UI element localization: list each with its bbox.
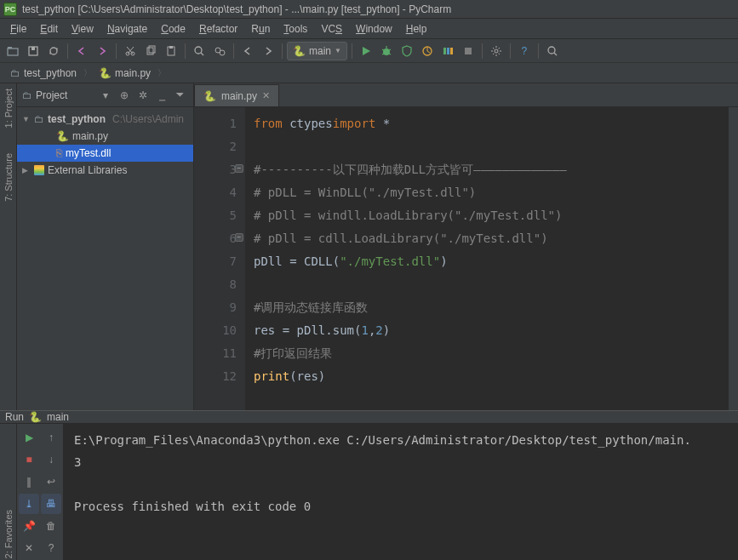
menu-file[interactable]: File [3,21,33,37]
breadcrumb-root-label: test_python [24,67,77,79]
main-toolbar: 🐍 main ▼ ? [0,39,738,63]
debug-icon[interactable] [377,42,396,60]
workspace: 1: Project 7: Structure 🗀 Project ▾ ⊕ ✲ … [0,83,738,410]
svg-rect-15 [443,48,446,54]
clear-icon[interactable]: 🗑 [41,516,61,536]
tree-root-name: test_python [48,113,106,125]
tree-project-root[interactable]: ▼ 🗀 test_python C:\Users\Admin [17,111,193,128]
soft-wrap-icon[interactable]: ↩ [41,471,61,492]
svg-rect-0 [8,49,18,55]
menu-tools[interactable]: Tools [277,21,314,37]
panel-settings-icon[interactable]: ✲ [135,89,151,101]
editor-tab-label: main.py [221,90,257,102]
tab-project[interactable]: 1: Project [3,89,14,128]
menu-refactor[interactable]: Refactor [192,21,244,37]
run-icon[interactable] [357,42,375,60]
svg-point-19 [495,49,498,53]
tree-external-libs[interactable]: ▶ External Libraries [17,162,193,179]
close-tab-icon[interactable]: ✕ [262,90,270,101]
left-toolwindow-strip-bottom: 2: Favorites [0,424,17,560]
search-everywhere-icon[interactable] [543,42,562,60]
chevron-right-icon: 〉 [83,67,92,79]
dock-icon[interactable]: ⏵ [174,88,186,103]
cut-icon[interactable] [121,42,140,60]
breadcrumb-root[interactable]: 🗀 test_python [5,64,82,83]
menu-help[interactable]: Help [399,21,434,37]
menu-vcs[interactable]: VCS [314,21,349,37]
tab-structure[interactable]: 7: Structure [3,153,14,202]
toolbar-separator [352,43,352,59]
expand-icon[interactable]: ▶ [22,166,31,174]
svg-point-12 [220,50,225,55]
editor-code[interactable]: from ctypesimport * #----------以下四种加载DLL… [245,107,728,410]
svg-rect-1 [8,47,12,49]
editor-tabs: 🐍 main.py ✕ [194,83,738,107]
up-stack-icon[interactable]: ↑ [41,427,61,448]
save-all-icon[interactable] [24,42,43,60]
menu-run[interactable]: Run [244,21,277,37]
project-tree[interactable]: ▼ 🗀 test_python C:\Users\Admin 🐍 main.py… [17,107,193,182]
paste-icon[interactable] [162,42,180,60]
svg-point-20 [548,47,555,54]
expand-icon[interactable]: ▼ [22,115,31,123]
tree-file-label: main.py [72,130,108,142]
tree-file-label: myTest.dll [66,147,111,159]
settings-icon[interactable] [487,42,506,60]
replace-icon[interactable] [210,42,229,60]
menu-code[interactable]: Code [154,21,192,37]
project-icon: 🗀 [22,89,32,101]
toolbar-separator [282,43,283,59]
copy-icon[interactable] [141,42,160,60]
pause-icon[interactable]: ‖ [19,471,39,492]
menu-navigate[interactable]: Navigate [100,21,154,37]
run-panel-config: main [47,411,69,423]
forward-icon[interactable] [259,42,277,60]
help-icon[interactable]: ? [515,42,534,60]
tree-file-main[interactable]: 🐍 main.py [17,128,193,145]
menu-view[interactable]: View [65,21,100,37]
tree-file-dll[interactable]: ⎘ myTest.dll [17,145,193,162]
toolbar-separator [510,43,511,59]
hide-panel-icon[interactable]: ⎯ [154,89,169,101]
run-config-selector[interactable]: 🐍 main ▼ [287,42,347,60]
print-icon[interactable]: 🖶 [41,494,61,514]
coverage-icon[interactable] [398,42,416,60]
svg-point-10 [195,47,202,54]
editor-area: 🐍 main.py ✕ 123−456−789101112 from ctype… [194,83,738,410]
window-title: test_python [C:\Users\Administrator\Desk… [22,3,451,15]
breadcrumb-file-label: main.py [115,67,151,79]
run-console[interactable]: E:\Program_Files\Anaconda3\python.exe C:… [64,424,738,560]
left-toolwindow-strip: 1: Project 7: Structure [0,83,17,410]
editor-tab-main[interactable]: 🐍 main.py ✕ [194,84,279,106]
python-icon: 🐍 [293,45,306,57]
svg-rect-18 [465,48,472,54]
autoscroll-source-icon[interactable]: ▾ [98,89,113,101]
stop-run-icon[interactable]: ■ [19,449,39,470]
help-run-icon[interactable]: ? [41,538,61,558]
toolbar-separator [482,43,483,59]
menu-edit[interactable]: Edit [33,21,65,37]
undo-icon[interactable] [72,42,91,60]
breadcrumb-file[interactable]: 🐍 main.py [94,64,156,83]
sync-icon[interactable] [44,42,63,60]
tree-root-path: C:\Users\Admin [112,113,184,125]
find-icon[interactable] [190,42,209,60]
pin-icon[interactable]: 📌 [19,516,39,536]
stop-icon[interactable] [459,42,478,60]
profile-icon[interactable] [418,42,437,60]
scroll-end-icon[interactable]: ⤓ [19,494,39,514]
tab-favorites[interactable]: 2: Favorites [3,510,14,558]
menu-window[interactable]: Window [349,21,399,37]
open-file-icon[interactable] [3,42,22,60]
concurrency-icon[interactable] [438,42,457,60]
run-panel-header[interactable]: Run 🐍 main [0,411,738,424]
down-stack-icon[interactable]: ↓ [41,449,61,470]
close-run-icon[interactable]: ✕ [19,538,39,558]
rerun-icon[interactable]: ▶ [19,427,39,448]
toolbar-separator [67,43,68,59]
back-icon[interactable] [238,42,257,60]
autoscroll-target-icon[interactable]: ⊕ [117,89,132,101]
code-editor[interactable]: 123−456−789101112 from ctypesimport * #-… [194,107,738,410]
editor-error-stripe[interactable] [728,107,738,410]
redo-icon[interactable] [93,42,112,60]
